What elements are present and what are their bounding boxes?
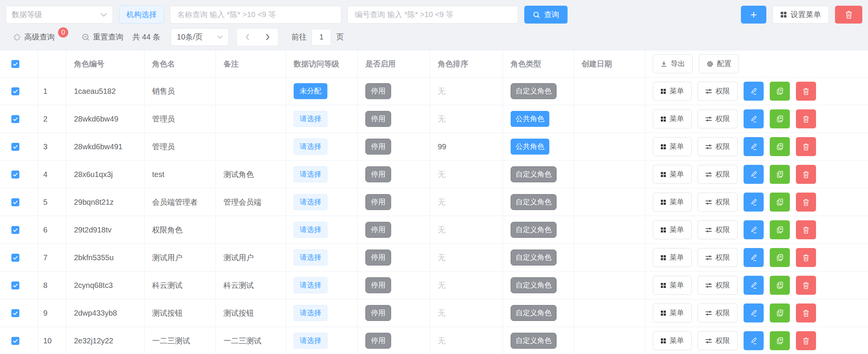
copy-button[interactable] (770, 220, 790, 239)
menu-button[interactable]: 菜单 (653, 248, 692, 267)
menu-button[interactable]: 菜单 (653, 220, 692, 239)
enabled-tag[interactable]: 停用 (365, 333, 391, 349)
enabled-tag[interactable]: 停用 (365, 250, 391, 266)
goto-page-input[interactable] (311, 29, 331, 46)
row-checkbox[interactable] (11, 171, 19, 179)
delete-selected-button[interactable] (835, 6, 862, 24)
type-tag[interactable]: 自定义角色 (511, 166, 557, 182)
edit-button[interactable] (744, 331, 764, 350)
type-tag[interactable]: 自定义角色 (511, 222, 557, 238)
permission-button[interactable]: 权限 (698, 165, 737, 184)
delete-button[interactable] (796, 248, 816, 267)
search-button[interactable]: 查询 (524, 6, 568, 24)
permission-button[interactable]: 权限 (698, 220, 737, 239)
type-tag[interactable]: 自定义角色 (511, 83, 557, 99)
type-tag[interactable]: 自定义角色 (511, 277, 557, 293)
edit-button[interactable] (744, 248, 764, 267)
permission-button[interactable]: 权限 (698, 137, 737, 156)
export-button[interactable]: 导出 (653, 54, 693, 73)
edit-button[interactable] (744, 276, 764, 295)
menu-button[interactable]: 菜单 (653, 109, 692, 128)
copy-button[interactable] (770, 331, 790, 350)
edit-button[interactable] (744, 220, 764, 239)
row-checkbox[interactable] (11, 337, 19, 345)
copy-button[interactable] (770, 248, 790, 267)
permission-button[interactable]: 权限 (698, 109, 737, 128)
copy-button[interactable] (770, 193, 790, 212)
delete-button[interactable] (796, 82, 816, 101)
permission-button[interactable]: 权限 (698, 248, 737, 267)
config-button[interactable]: 配置 (699, 54, 739, 73)
row-checkbox[interactable] (11, 115, 19, 123)
access-tag[interactable]: 请选择 (294, 333, 327, 349)
prev-page-button[interactable] (237, 29, 258, 46)
access-tag[interactable]: 请选择 (294, 305, 327, 321)
enabled-tag[interactable]: 停用 (365, 194, 391, 210)
type-tag[interactable]: 公共角色 (511, 139, 549, 155)
delete-button[interactable] (796, 303, 816, 322)
edit-button[interactable] (744, 82, 764, 101)
type-tag[interactable]: 公共角色 (511, 111, 549, 127)
name-query-input[interactable] (170, 6, 341, 24)
row-checkbox[interactable] (11, 309, 19, 317)
enabled-tag[interactable]: 停用 (365, 139, 391, 155)
advanced-query-button[interactable]: 高级查询 0 (13, 32, 55, 42)
permission-button[interactable]: 权限 (698, 82, 737, 101)
menu-button[interactable]: 菜单 (653, 276, 692, 295)
type-tag[interactable]: 自定义角色 (511, 305, 557, 321)
access-tag[interactable]: 未分配 (294, 83, 327, 99)
row-checkbox[interactable] (11, 87, 19, 95)
access-tag[interactable]: 请选择 (294, 139, 327, 155)
permission-button[interactable]: 权限 (698, 193, 737, 212)
permission-button[interactable]: 权限 (698, 276, 737, 295)
copy-button[interactable] (770, 276, 790, 295)
menu-button[interactable]: 菜单 (653, 137, 692, 156)
delete-button[interactable] (796, 193, 816, 212)
copy-button[interactable] (770, 303, 790, 322)
edit-button[interactable] (744, 165, 764, 184)
org-select-button[interactable]: 机构选择 (119, 6, 164, 24)
copy-button[interactable] (770, 165, 790, 184)
access-tag[interactable]: 请选择 (294, 250, 327, 266)
permission-button[interactable]: 权限 (698, 303, 737, 322)
page-size-select[interactable]: 10条/页 (171, 28, 229, 46)
access-tag[interactable]: 请选择 (294, 194, 327, 210)
delete-button[interactable] (796, 220, 816, 239)
menu-settings-button[interactable]: 设置菜单 (772, 6, 829, 24)
enabled-tag[interactable]: 停用 (365, 111, 391, 127)
delete-button[interactable] (796, 276, 816, 295)
menu-button[interactable]: 菜单 (653, 193, 692, 212)
row-checkbox[interactable] (11, 198, 19, 206)
enabled-tag[interactable]: 停用 (365, 277, 391, 293)
add-button[interactable]: + (741, 6, 766, 24)
menu-button[interactable]: 菜单 (653, 82, 692, 101)
row-checkbox[interactable] (11, 226, 19, 234)
data-level-select[interactable]: 数据等级 (6, 6, 113, 24)
edit-button[interactable] (744, 193, 764, 212)
select-all-checkbox[interactable] (11, 60, 19, 68)
copy-button[interactable] (770, 82, 790, 101)
permission-button[interactable]: 权限 (698, 331, 737, 350)
delete-button[interactable] (796, 165, 816, 184)
delete-button[interactable] (796, 109, 816, 128)
edit-button[interactable] (744, 137, 764, 156)
access-tag[interactable]: 请选择 (294, 111, 327, 127)
access-tag[interactable]: 请选择 (294, 166, 327, 182)
copy-button[interactable] (770, 137, 790, 156)
next-page-button[interactable] (258, 29, 278, 46)
menu-button[interactable]: 菜单 (653, 331, 692, 350)
row-checkbox[interactable] (11, 281, 19, 289)
enabled-tag[interactable]: 停用 (365, 305, 391, 321)
type-tag[interactable]: 自定义角色 (511, 333, 557, 349)
row-checkbox[interactable] (11, 143, 19, 151)
access-tag[interactable]: 请选择 (294, 277, 327, 293)
reset-query-button[interactable]: 重置查询 (82, 32, 123, 42)
delete-button[interactable] (796, 331, 816, 350)
code-query-input[interactable] (348, 6, 518, 24)
access-tag[interactable]: 请选择 (294, 222, 327, 238)
type-tag[interactable]: 自定义角色 (511, 250, 557, 266)
delete-button[interactable] (796, 137, 816, 156)
enabled-tag[interactable]: 停用 (365, 83, 391, 99)
edit-button[interactable] (744, 303, 764, 322)
row-checkbox[interactable] (11, 254, 19, 262)
